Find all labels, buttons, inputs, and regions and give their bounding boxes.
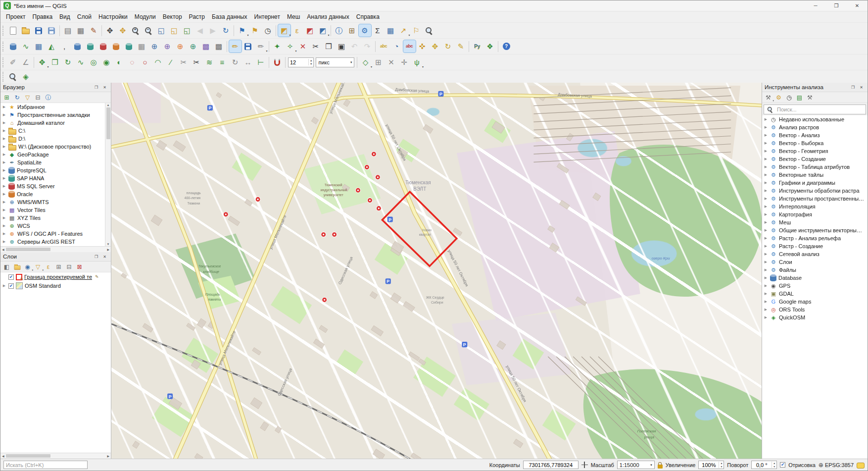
select-features[interactable]: ◩▾	[278, 24, 290, 37]
menu-item[interactable]: Меш	[284, 12, 303, 22]
menu-item[interactable]: Настройки	[95, 12, 131, 22]
save-project-as[interactable]	[46, 24, 58, 37]
rotate-point-symbols[interactable]: ↻	[229, 56, 241, 68]
expander-icon[interactable]: ▶	[2, 153, 6, 157]
menu-item[interactable]: Модули	[131, 12, 159, 22]
processing-group[interactable]: ▶⚙Файлы	[762, 266, 868, 274]
trim-extend[interactable]: ⊢	[255, 56, 267, 68]
processing-group[interactable]: ▶⚙Интерполяция	[762, 203, 868, 210]
style-manager[interactable]: ✎	[88, 24, 100, 37]
pin-labels[interactable]: ✜	[416, 40, 429, 52]
expander-icon[interactable]: ▶	[764, 236, 768, 240]
merge-features[interactable]: ≋	[203, 56, 216, 68]
zoom-to-layer[interactable]: ◱	[181, 24, 193, 37]
menu-item[interactable]: Вид	[56, 12, 74, 22]
menu-item[interactable]: Вектор	[159, 12, 186, 22]
processing-group[interactable]: ▶⚙Сетевой анализ	[762, 250, 868, 258]
expander-icon[interactable]: ▶	[764, 284, 768, 288]
spinner-arrows-icon[interactable]: ▲▼	[719, 462, 723, 468]
expander-icon[interactable]: ▶	[2, 113, 6, 117]
add-postgis-layer[interactable]	[71, 40, 84, 52]
processing-group[interactable]: ▶⚙Векторные тайлы	[762, 171, 868, 179]
save-project[interactable]	[33, 24, 45, 37]
expander-icon[interactable]: ▶	[764, 141, 768, 145]
processing-group[interactable]: ▶⚙Слои	[762, 258, 868, 266]
field-calculator[interactable]: ⊞	[346, 24, 358, 37]
add-virtual-layer[interactable]: ▦	[136, 40, 148, 52]
expander-icon[interactable]: ▶	[2, 184, 6, 188]
add-group[interactable]	[12, 262, 22, 271]
add-delimited-text-layer[interactable]: ,	[58, 40, 71, 52]
add-hana-layer[interactable]	[123, 40, 135, 52]
browser-item[interactable]: ▶D:\	[0, 135, 105, 143]
map-tips[interactable]: ⚐	[410, 24, 423, 37]
layer-checkbox[interactable]: ✔	[8, 274, 14, 280]
layers-float-button[interactable]: ❐	[93, 253, 100, 261]
processing-group[interactable]: ▶◈QuickOSM	[762, 314, 868, 321]
restore-button[interactable]: ❐	[826, 0, 847, 11]
browser-item[interactable]: ▶⊕WFS / OGC API - Features	[0, 230, 105, 238]
add-xyz-layer[interactable]: ▩	[213, 40, 225, 52]
quickosm-toolbar[interactable]: ◈	[20, 70, 32, 83]
zoom-next[interactable]: ▶	[207, 24, 219, 37]
menu-item[interactable]: Интернет	[251, 12, 284, 22]
expander-icon[interactable]: ▶	[2, 105, 6, 109]
spinner-arrows-icon[interactable]: ▲▼	[308, 59, 313, 65]
attribute-table[interactable]: ▦	[385, 24, 397, 37]
move-label[interactable]: ✥	[429, 40, 441, 52]
expander-icon[interactable]: ▶	[764, 157, 768, 161]
plugin-manager[interactable]: ❖	[484, 40, 496, 52]
tracing[interactable]: ψ▾	[411, 56, 423, 68]
remove-layer[interactable]: ⊠	[75, 262, 84, 271]
copy-move-feature[interactable]: ❐	[49, 56, 61, 68]
toolbar-handle[interactable]	[2, 72, 4, 82]
expand-all-layers[interactable]: ⊞	[54, 262, 63, 271]
expander-icon[interactable]: ▶	[2, 129, 6, 133]
expander-icon[interactable]: ▶	[2, 137, 6, 141]
vertex-tool[interactable]: ✧▾	[284, 40, 296, 52]
expander-icon[interactable]: ▶	[2, 284, 6, 288]
layer-item[interactable]: ✔Граница проектируемой те✎	[0, 272, 111, 281]
expander-icon[interactable]: ▶	[764, 181, 768, 185]
processing-group[interactable]: ▶⚙Вектор - Выборка	[762, 139, 868, 147]
menu-item[interactable]: База данных	[208, 12, 250, 22]
help-contents[interactable]: ?	[500, 40, 513, 52]
snapping-intersection[interactable]: ✕	[385, 56, 397, 68]
split-parts[interactable]: ✂	[178, 56, 190, 68]
expander-icon[interactable]: ▶	[764, 205, 768, 209]
snapping-types[interactable]: ◇▾	[359, 56, 372, 68]
snapping-tolerance[interactable]: ▲▼	[288, 57, 314, 67]
rotate-feature[interactable]: ↻	[62, 56, 74, 68]
browser-item[interactable]: ▶⊕WCS	[0, 222, 105, 230]
messages-icon[interactable]	[857, 463, 865, 469]
expander-icon[interactable]: ▶	[2, 168, 6, 172]
layer-checkbox[interactable]: ✔	[8, 283, 14, 289]
fill-ring[interactable]: ◐	[113, 56, 126, 68]
expander-icon[interactable]: ▶	[764, 117, 768, 121]
expander-icon[interactable]: ▶	[764, 189, 768, 193]
processing-group[interactable]: ▶⚙Вектор - Геометрия	[762, 147, 868, 155]
scale-lock-icon[interactable]	[658, 465, 663, 469]
simplify-feature[interactable]: ∿	[75, 56, 87, 68]
layers-hscrollbar[interactable]: ◀▶	[0, 453, 111, 459]
browser-item[interactable]: ▶▩XYZ Tiles	[0, 214, 105, 222]
redo[interactable]: ↷	[361, 40, 374, 52]
current-edits[interactable]: ✏▾	[255, 40, 267, 52]
zoom-full[interactable]: ◱	[155, 24, 168, 37]
rotation-spinbox[interactable]: ▲▼	[751, 461, 777, 469]
processing-group[interactable]: ▶⚙Графики и диаграммы	[762, 179, 868, 187]
add-selected-layers[interactable]: ⊞	[2, 93, 11, 102]
cad-tools[interactable]: ✐	[7, 56, 19, 68]
offset-curve[interactable]: ◠	[152, 56, 164, 68]
expander-icon[interactable]: ▶	[764, 260, 768, 264]
address-search[interactable]	[423, 24, 435, 37]
pan-to-selection[interactable]: ✥	[117, 24, 129, 37]
expander-icon[interactable]: ▶	[764, 228, 768, 232]
magnifier-input[interactable]	[699, 462, 719, 469]
toolbar-handle[interactable]	[2, 26, 4, 36]
delete-part[interactable]: ○	[139, 56, 151, 68]
browser-item[interactable]: ▶⊕WMS/WMTS	[0, 198, 105, 206]
temporal-controller[interactable]: ◷	[262, 24, 274, 37]
browser-item[interactable]: ▶W:\ (Дисковое пространство)	[0, 143, 105, 151]
expander-icon[interactable]: ▶	[2, 232, 6, 236]
